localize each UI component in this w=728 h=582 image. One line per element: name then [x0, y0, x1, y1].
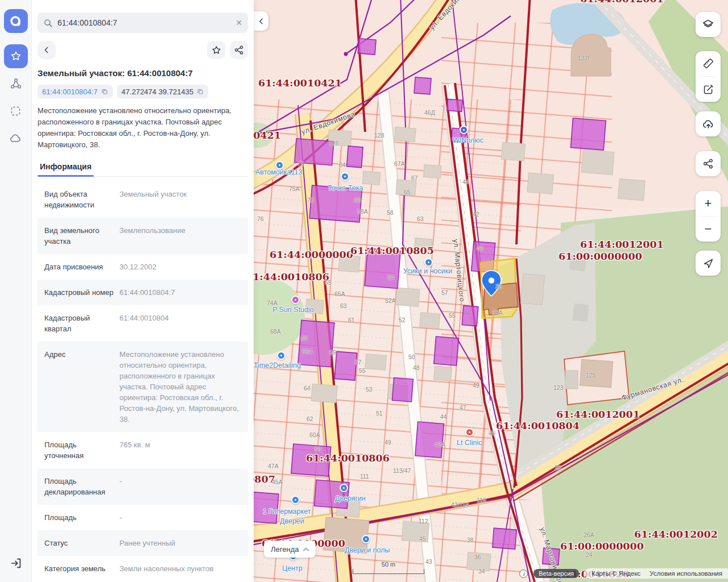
layers-button[interactable]: [696, 12, 721, 37]
house-number: 73: [307, 197, 314, 203]
search-bar[interactable]: ✕: [38, 13, 248, 33]
info-table: Вид объекта недвижимостиЗемельный участо…: [38, 181, 248, 581]
exit-button[interactable]: [4, 551, 28, 575]
collapse-panel-button[interactable]: [254, 11, 268, 31]
poi-label: Автомойка113: [255, 168, 302, 176]
house-number: 60: [315, 446, 321, 452]
poi-label: Центр: [282, 564, 303, 572]
chevron-left-icon: [42, 45, 51, 55]
cloud-icon: [9, 132, 22, 145]
house-number: 44: [462, 178, 469, 185]
zoom-in-button[interactable]: +: [696, 191, 721, 216]
poi-label: 1 Гипермаркет: [263, 508, 311, 516]
app-logo[interactable]: [4, 9, 28, 33]
poi-label: Двери и полы: [345, 546, 390, 554]
sidebar-item-favorites[interactable]: [4, 44, 28, 68]
house-number: 132Г: [578, 55, 591, 61]
back-button[interactable]: [38, 41, 56, 59]
house-number: 42А: [435, 441, 445, 448]
poi-icon[interactable]: [277, 351, 286, 360]
poi-icon[interactable]: [340, 484, 348, 492]
house-number: 75: [297, 160, 304, 167]
chevron-up-icon: [303, 547, 309, 551]
house-number: 34: [478, 568, 485, 575]
search-input[interactable]: [57, 18, 231, 27]
info-icon[interactable]: i: [519, 569, 528, 578]
info-row: Площадь-: [38, 505, 248, 530]
coordinates-value: 47.272474 39.721435: [122, 88, 194, 96]
share-button[interactable]: [230, 41, 248, 59]
poi-icon[interactable]: [465, 428, 474, 436]
poi-icon[interactable]: [460, 126, 468, 134]
house-number: 123: [553, 384, 564, 391]
poi-label: Точка Тока: [328, 184, 363, 192]
cadastral-quarter-label: 61:44:0010421: [258, 77, 342, 89]
house-number: 55: [449, 312, 456, 319]
cadastral-number-value: 61:44:0010804:7: [42, 88, 98, 96]
info-row-label: Вид земельного участка: [44, 225, 119, 247]
poi-icon[interactable]: [291, 296, 300, 304]
poi-icon[interactable]: [424, 258, 433, 267]
beta-badge: Beta-версия: [533, 569, 579, 578]
page-title: Земельный участок: 61:44:0010804:7: [38, 68, 248, 78]
cadastral-number-chip[interactable]: 61:44:0010804:7: [38, 85, 113, 98]
tab-information[interactable]: Информация: [38, 159, 94, 176]
layers-icon: [702, 18, 714, 31]
house-number: 63: [417, 215, 424, 222]
measure-button[interactable]: [696, 51, 721, 76]
info-row: СтатусРанее учтенный: [38, 530, 248, 556]
house-number: 57: [441, 289, 448, 296]
street-name-label: ул. Мартовицкого: [452, 239, 466, 302]
share-map-button[interactable]: [696, 151, 721, 176]
street-name-label: ул. Евдокимова: [300, 110, 356, 136]
house-number: 63: [340, 302, 347, 309]
copyright-link[interactable]: Карты © Яндекс: [592, 570, 640, 577]
clear-search-icon[interactable]: ✕: [235, 18, 242, 27]
info-row-label: Кадастровый квартал: [44, 313, 119, 334]
sidebar-item-cloud[interactable]: [4, 126, 28, 150]
poi-icon[interactable]: [341, 172, 349, 181]
house-number: 58: [387, 209, 394, 216]
info-row: АдресМестоположение установлено относите…: [38, 342, 248, 432]
house-number: 47: [460, 404, 466, 411]
graph-nodes-icon: [10, 77, 22, 90]
ruler-icon: [702, 58, 714, 70]
cadastral-quarter-label: 61:44:0012001: [580, 0, 664, 5]
locate-control: [696, 251, 721, 276]
poi-label: P Sun Studio: [272, 306, 314, 314]
upload-button[interactable]: [696, 111, 721, 136]
info-row-value: 765 кв. м: [119, 439, 241, 461]
sidebar-item-area-select[interactable]: [4, 99, 28, 123]
zoom-out-button[interactable]: −: [696, 217, 721, 242]
coordinates-chip[interactable]: 47.272474 39.721435: [117, 85, 209, 98]
info-row-value: Земли населенных пунктов: [119, 563, 241, 574]
map-attribution: i Beta-версия Карты © Яндекс Условия исп…: [519, 568, 728, 579]
draw-button[interactable]: [696, 77, 721, 102]
copy-icon[interactable]: [101, 88, 108, 95]
favorite-button[interactable]: [207, 41, 225, 59]
info-row-value: Земельный участок: [119, 189, 241, 210]
house-number: 74А: [267, 300, 278, 306]
scale-label: 50 m: [353, 561, 424, 568]
sidebar-item-layers-graph[interactable]: [4, 72, 28, 95]
terms-link[interactable]: Условия использования: [650, 570, 722, 577]
copy-icon[interactable]: [197, 88, 204, 95]
upload-control: [696, 111, 721, 136]
house-number: 24: [586, 551, 593, 558]
cadastral-quarter-label: 61:44:0012001: [556, 409, 640, 420]
measure-draw-control: [696, 51, 721, 102]
house-number: 38: [467, 537, 474, 543]
info-row: Вид объекта недвижимостиЗемельный участо…: [38, 181, 248, 218]
map-canvas[interactable]: 61:44:001042161:44:001042161:44:00000006…: [254, 0, 728, 582]
info-row-value: -: [119, 512, 241, 523]
locate-button[interactable]: [696, 251, 721, 276]
legend-button[interactable]: Легенда: [264, 541, 316, 558]
poi-icon[interactable]: [291, 496, 300, 504]
house-number: 113/47: [393, 467, 411, 474]
street-name-label: ул. Евдокимова: [428, 0, 471, 31]
house-number: 57: [355, 359, 362, 365]
house-number: 125: [586, 372, 596, 379]
info-row: Кадастровый номер61:44:0010804:7: [38, 280, 248, 305]
poi-icon[interactable]: [362, 535, 370, 543]
share-icon: [234, 45, 244, 55]
